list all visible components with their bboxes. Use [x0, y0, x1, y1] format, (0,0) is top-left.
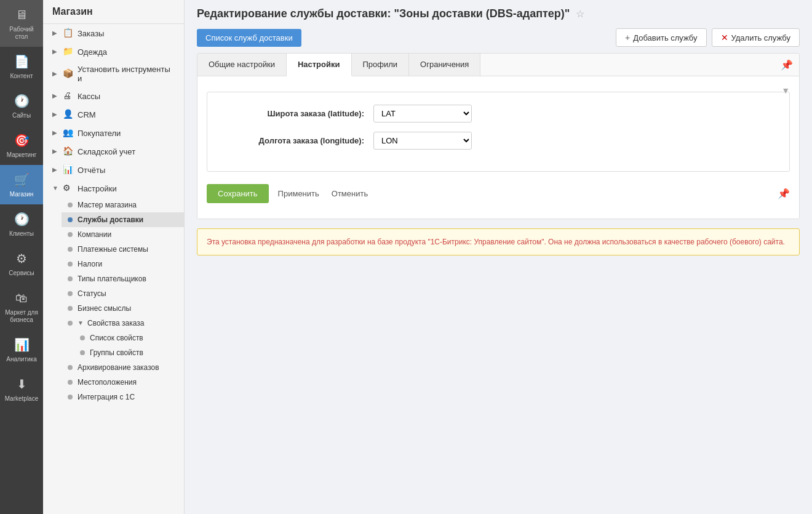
buyers-icon: 👥	[63, 127, 74, 139]
arrow-icon: ▼	[52, 185, 60, 192]
nav-item-crm[interactable]: ▶ 👤 CRM	[43, 105, 184, 124]
nav-label-locations: Местоположения	[78, 378, 137, 387]
warehouse-icon: 🏠	[63, 146, 74, 157]
nav-item-buyers[interactable]: ▶ 👥 Покупатели	[43, 124, 184, 142]
nav-item-payment[interactable]: Платежные системы	[62, 242, 184, 257]
longitude-select[interactable]: LON	[373, 132, 472, 150]
add-service-button[interactable]: + Добавить службу	[616, 28, 707, 47]
nav-label-reports: Отчёты	[78, 166, 105, 175]
nav-item-properties-groups[interactable]: Группы свойств	[74, 345, 184, 360]
sidebar-item-services[interactable]: ⚙ Сервисы	[0, 244, 43, 283]
bullet-icon	[68, 203, 73, 207]
nav-item-orders[interactable]: ▶ 📋 Заказы	[43, 24, 184, 42]
tab-profiles[interactable]: Профили	[352, 54, 410, 76]
bullet-icon	[80, 350, 85, 355]
nav-item-integration-1c[interactable]: Интеграция с 1С	[62, 390, 184, 404]
main-content: Редактирование службы доставки: "Зоны до…	[185, 0, 812, 514]
nav-label-taxes: Налоги	[78, 260, 102, 268]
nav-sub-order-properties: Список свойств Группы свойств	[62, 331, 184, 360]
desktop-icon: 🖥	[13, 6, 30, 23]
latitude-label: Широта заказа (latitude):	[220, 109, 373, 118]
nav-item-properties-list[interactable]: Список свойств	[74, 331, 184, 345]
tab-restrictions[interactable]: Ограничения	[409, 54, 480, 76]
bullet-icon	[68, 232, 73, 237]
sidebar-label-desktop: Рабочий стол	[3, 26, 40, 41]
nav-item-delivery-services[interactable]: Службы доставки	[62, 212, 184, 227]
nav-label-clothing: Одежда	[78, 47, 107, 57]
nav-label-warehouse: Складской учет	[78, 147, 135, 156]
list-button[interactable]: Список служб доставки	[197, 29, 301, 47]
crm-icon: 👤	[63, 109, 74, 120]
arrow-icon: ▶	[52, 148, 60, 155]
collapse-icon[interactable]: ▼	[781, 86, 790, 95]
nav-item-archive-orders[interactable]: Архивирование заказов	[62, 360, 184, 375]
sidebar-item-analytics[interactable]: 📊 Аналитика	[0, 330, 43, 369]
settings-icon: ⚙	[63, 183, 74, 194]
install-icon: 📦	[63, 68, 74, 79]
marketplace-icon: ⬇	[13, 375, 30, 393]
pin-tabs-icon[interactable]: 📌	[781, 59, 793, 71]
sidebar-label-marketing: Маркетинг	[7, 151, 37, 159]
arrow-icon: ▶	[52, 30, 60, 37]
warning-text: Эта установка предназначена для разработ…	[207, 238, 785, 246]
page-title: Редактирование службы доставки: "Зоны до…	[197, 7, 570, 20]
apply-button[interactable]: Применить	[275, 184, 322, 203]
arrow-icon: ▶	[52, 48, 60, 55]
bullet-icon	[68, 262, 73, 267]
nav-label-props-groups: Группы свойств	[90, 348, 143, 357]
sidebar-label-marketplace: Marketplace	[5, 395, 38, 403]
sidebar-nav-header: Магазин	[43, 0, 184, 24]
nav-item-business-meanings[interactable]: Бизнес смыслы	[62, 301, 184, 316]
pin-actions-icon[interactable]: 📌	[778, 188, 790, 199]
services-icon: ⚙	[13, 250, 30, 267]
sidebar-item-content[interactable]: 📄 Контент	[0, 47, 43, 86]
nav-label-statuses: Статусы	[78, 289, 106, 298]
nav-item-shop-wizard[interactable]: Мастер магазина	[62, 198, 184, 212]
tab-general-label: Общие настройки	[209, 60, 275, 69]
sidebar-item-market[interactable]: 🛍 Маркет для бизнеса	[0, 283, 43, 330]
marketing-icon: 🎯	[13, 132, 30, 149]
sidebar-item-desktop[interactable]: 🖥 Рабочий стол	[0, 0, 43, 47]
nav-item-taxes[interactable]: Налоги	[62, 257, 184, 271]
nav-label-settings: Настройки	[78, 184, 117, 193]
latitude-select[interactable]: LAT	[373, 105, 472, 122]
favorite-star-icon[interactable]: ☆	[576, 8, 584, 20]
nav-label-install: Установить инструменты и	[78, 65, 175, 83]
nav-item-statuses[interactable]: Статусы	[62, 286, 184, 301]
nav-item-cashboxes[interactable]: ▶ 🖨 Кассы	[43, 87, 184, 105]
sidebar-item-shop[interactable]: 🛒 Магазин	[0, 165, 43, 204]
nav-label-payment: Платежные системы	[78, 245, 148, 254]
tabs-content: ▼ Широта заказа (latitude): LAT Долгота …	[197, 76, 799, 219]
sidebar-item-clients[interactable]: 🕐 Клиенты	[0, 204, 43, 244]
bullet-icon	[80, 335, 85, 340]
cancel-button[interactable]: Отменить	[328, 184, 371, 203]
sidebar-label-services: Сервисы	[9, 270, 34, 277]
bullet-icon	[68, 276, 73, 281]
save-button[interactable]: Сохранить	[207, 184, 269, 203]
nav-label-props-list: Список свойств	[90, 334, 143, 342]
nav-item-companies[interactable]: Компании	[62, 227, 184, 242]
tab-settings-label: Настройки	[298, 60, 340, 69]
orders-icon: 📋	[63, 28, 74, 39]
nav-item-locations[interactable]: Местоположения	[62, 375, 184, 390]
tab-settings[interactable]: Настройки	[287, 54, 352, 76]
nav-item-order-properties[interactable]: ▼ Свойства заказа	[62, 316, 184, 331]
nav-item-reports[interactable]: ▶ 📊 Отчёты	[43, 161, 184, 179]
nav-item-install-tools[interactable]: ▶ 📦 Установить инструменты и	[43, 61, 184, 87]
delete-button-label: Удалить службу	[731, 33, 790, 42]
nav-item-warehouse[interactable]: ▶ 🏠 Складской учет	[43, 142, 184, 161]
nav-label-delivery: Службы доставки	[78, 215, 143, 224]
delete-service-button[interactable]: ✕ Удалить службу	[712, 28, 800, 47]
sidebar-label-analytics: Аналитика	[6, 356, 37, 363]
sidebar-item-marketplace[interactable]: ⬇ Marketplace	[0, 369, 43, 409]
nav-item-settings[interactable]: ▼ ⚙ Настройки	[43, 179, 184, 198]
nav-item-payer-types[interactable]: Типы плательщиков	[62, 271, 184, 286]
tab-general[interactable]: Общие настройки	[197, 54, 287, 76]
nav-label-order-props: Свойства заказа	[87, 319, 144, 327]
sidebar-item-marketing[interactable]: 🎯 Маркетинг	[0, 126, 43, 165]
toolbar: Список служб доставки + Добавить службу …	[185, 25, 812, 53]
nav-item-clothing[interactable]: ▶ 📁 Одежда	[43, 42, 184, 61]
sidebar-item-sites[interactable]: 🕐 Сайты	[0, 86, 43, 126]
sidebar-icons: 🖥 Рабочий стол 📄 Контент 🕐 Сайты 🎯 Марке…	[0, 0, 43, 514]
sites-icon: 🕐	[13, 92, 30, 110]
